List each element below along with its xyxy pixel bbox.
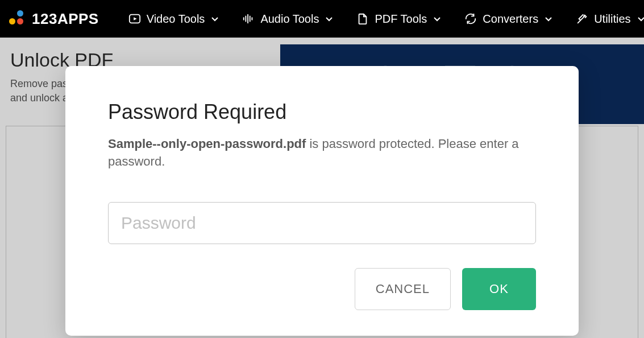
nav-label: Audio Tools [260,13,319,26]
brand-logo[interactable]: 123APPS [9,10,99,28]
password-modal: Password Required Sample--only-open-pass… [65,66,579,336]
top-nav: 123APPS Video Tools Aud [0,0,644,38]
password-input[interactable] [108,202,536,244]
utilities-icon [576,13,588,25]
chevron-down-icon [210,14,219,23]
nav-menu: Video Tools Audio Tools [128,13,644,26]
chevron-down-icon [433,14,442,23]
nav-video-tools[interactable]: Video Tools [128,13,220,26]
pdf-icon [356,13,369,25]
brand-name: 123APPS [32,10,99,28]
nav-label: Converters [483,13,538,26]
nav-label: PDF Tools [375,13,427,26]
logo-dots-icon [9,10,26,27]
modal-actions: CANCEL OK [108,268,536,310]
chevron-down-icon [544,14,553,23]
nav-label: Utilities [594,13,630,26]
modal-description: Sample--only-open-password.pdf is passwo… [108,135,536,171]
audio-icon [242,13,255,25]
nav-label: Video Tools [147,13,205,26]
chevron-down-icon [637,14,644,23]
nav-utilities[interactable]: Utilities [576,13,644,26]
nav-audio-tools[interactable]: Audio Tools [242,13,334,26]
modal-title: Password Required [108,100,536,124]
ok-button[interactable]: OK [462,268,536,310]
converter-icon [464,13,477,25]
nav-pdf-tools[interactable]: PDF Tools [356,13,442,26]
chevron-down-icon [325,14,334,23]
cancel-button[interactable]: CANCEL [355,268,451,310]
modal-filename: Sample--only-open-password.pdf [108,137,306,151]
video-icon [128,13,141,25]
nav-converters[interactable]: Converters [464,13,553,26]
